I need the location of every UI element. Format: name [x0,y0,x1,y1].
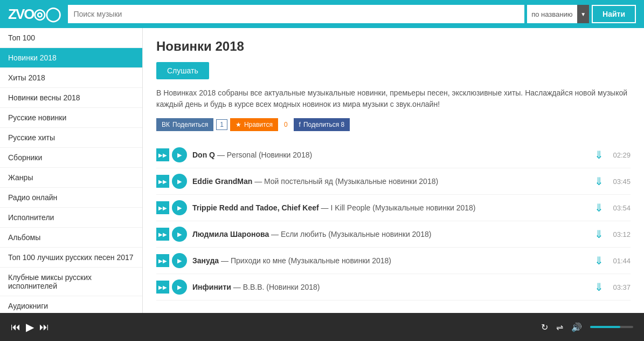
sidebar-item-rushits[interactable]: Русские хиты [0,128,142,148]
track-item: ▶▶ ▶ Зануда — Приходи ко мне (Музыкальны… [156,248,631,274]
ok-like-label: Нравится [244,121,273,128]
select-arrow-icon[interactable]: ▼ [577,5,589,23]
track-actions: ⇓ 03:12 [594,228,631,241]
volume-bar[interactable] [590,326,633,328]
track-title: — Personal (Новинки 2018) [217,151,312,159]
repeat-button[interactable]: ↻ [541,322,548,332]
track-info: Eddie GrandMan — Мой постельный яд (Музы… [192,177,589,186]
track-play-button[interactable]: ▶ [172,147,187,162]
download-button[interactable]: ⇓ [594,201,604,214]
listen-button[interactable]: Слушать [156,62,209,79]
sidebar-item-hits2018[interactable]: Хиты 2018 [0,68,142,88]
track-actions: ⇓ 01:44 [594,254,631,267]
header: ZVO ◎ ◯ по названию ▼ Найти [0,0,644,28]
track-title: — Мой постельный яд (Музыкальные новинки… [254,177,438,186]
sidebar-item-new2018[interactable]: Новинки 2018 [0,48,142,68]
track-play-button[interactable]: ▶ [172,253,187,268]
logo-text-2: ◯ [45,6,60,23]
track-duration: 03:37 [612,283,631,291]
ok-like-button[interactable]: ★ Нравится [230,118,278,131]
vk-count-badge: 1 [216,119,227,130]
sidebar: Топ 100Новинки 2018Хиты 2018Новинки весн… [0,28,143,313]
player-controls: ⏮ ▶ ⏭ [11,320,49,333]
download-button[interactable]: ⇓ [594,254,604,267]
sidebar-item-artists[interactable]: Исполнители [0,208,142,228]
vk-icon: ВК [162,121,170,128]
search-select-wrapper: по названию ▼ [527,5,589,23]
social-buttons: ВК Поделиться 1 ★ Нравится 0 f Поделитьс… [156,118,631,131]
track-info: Trippie Redd and Tadoe, Chief Keef — I K… [192,203,589,212]
track-artist: Trippie Redd and Tadoe, Chief Keef [192,203,319,212]
add-to-playlist-button[interactable]: ▶▶ [156,281,169,294]
track-item: ▶▶ ▶ Trippie Redd and Tadoe, Chief Keef … [156,195,631,221]
search-button[interactable]: Найти [592,5,636,23]
track-title: — В.В.В. (Новинки 2018) [233,283,320,291]
add-to-playlist-button[interactable]: ▶▶ [156,228,169,241]
track-controls: ▶▶ ▶ [156,279,187,295]
volume-button[interactable]: 🔊 [571,322,582,332]
track-title: — Если любить (Музыкальные новинки 2018) [271,230,431,238]
sidebar-item-albums[interactable]: Альбомы [0,228,142,248]
track-item: ▶▶ ▶ Инфинити — В.В.В. (Новинки 2018) ⇓ … [156,274,631,301]
track-controls: ▶▶ ▶ [156,174,187,189]
track-info: Людмила Шаронова — Если любить (Музыкаль… [192,230,589,238]
logo: ZVO ◎ ◯ [8,6,60,23]
sidebar-item-rusnew[interactable]: Русские новинки [0,108,142,128]
sidebar-item-top100[interactable]: Топ 100 [0,28,142,48]
sidebar-item-radio[interactable]: Радио онлайн [0,188,142,208]
track-play-button[interactable]: ▶ [172,227,187,242]
track-title: — I Kill People (Музыкальные новинки 201… [321,203,476,212]
track-artist: Зануда [192,256,219,265]
add-to-playlist-button[interactable]: ▶▶ [156,201,169,214]
track-info: Don Q — Personal (Новинки 2018) [192,151,589,159]
track-artist: Людмила Шаронова [192,230,269,238]
track-item: ▶▶ ▶ Don Q — Personal (Новинки 2018) ⇓ 0… [156,142,631,168]
track-play-button[interactable]: ▶ [172,174,187,189]
prev-button[interactable]: ⏮ [11,322,20,333]
sidebar-item-collections[interactable]: Сборники [0,148,142,168]
search-type-select[interactable]: по названию [527,7,577,22]
track-play-button[interactable]: ▶ [172,279,187,295]
logo-icon: ◎ [33,6,45,23]
track-list: ▶▶ ▶ Don Q — Personal (Новинки 2018) ⇓ 0… [156,142,631,301]
track-controls: ▶▶ ▶ [156,253,187,268]
search-input[interactable] [68,5,524,23]
track-play-button[interactable]: ▶ [172,200,187,215]
download-button[interactable]: ⇓ [594,175,604,188]
play-button[interactable]: ▶ [26,320,34,333]
track-duration: 03:54 [612,204,631,212]
fb-share-button[interactable]: f Поделиться 8 [294,118,350,131]
sidebar-item-spring2018[interactable]: Новинки весны 2018 [0,88,142,108]
sidebar-item-genres[interactable]: Жанры [0,168,142,188]
sidebar-item-audiobooks[interactable]: Аудиокниги [0,296,142,313]
track-info: Инфинити — В.В.В. (Новинки 2018) [192,283,589,291]
add-to-playlist-button[interactable]: ▶▶ [156,175,169,188]
add-to-playlist-button[interactable]: ▶▶ [156,148,169,161]
track-info: Зануда — Приходи ко мне (Музыкальные нов… [192,256,589,265]
download-button[interactable]: ⇓ [594,228,604,241]
fb-icon: f [299,121,301,128]
track-artist: Don Q [192,151,215,159]
track-controls: ▶▶ ▶ [156,227,187,242]
volume-fill [590,326,620,328]
ok-icon: ★ [236,121,241,128]
logo-text: ZVO [8,6,33,23]
search-container: по названию ▼ Найти [68,5,636,23]
add-to-playlist-button[interactable]: ▶▶ [156,254,169,267]
track-duration: 03:12 [612,230,631,238]
vk-share-button[interactable]: ВК Поделиться [156,118,213,131]
player-bar: ⏮ ▶ ⏭ ↻ ⇌ 🔊 [0,313,644,341]
next-button[interactable]: ⏭ [39,322,49,333]
player-right-controls: ↻ ⇌ 🔊 [541,322,633,332]
track-artist: Инфинити [192,283,231,291]
download-button[interactable]: ⇓ [594,148,604,161]
main-content: Топ 100Новинки 2018Хиты 2018Новинки весн… [0,28,644,313]
shuffle-button[interactable]: ⇌ [556,322,563,332]
download-button[interactable]: ⇓ [594,281,604,294]
track-duration: 01:44 [612,257,631,265]
content-area: Новинки 2018 Слушать В Новинках 2018 соб… [143,28,644,313]
page-title: Новинки 2018 [156,39,631,54]
sidebar-item-top100rus2017[interactable]: Топ 100 лучших русских песен 2017 [0,248,142,268]
sidebar-item-clubmix[interactable]: Клубные миксы русских исполнителей [0,268,142,296]
track-actions: ⇓ 03:37 [594,281,631,294]
